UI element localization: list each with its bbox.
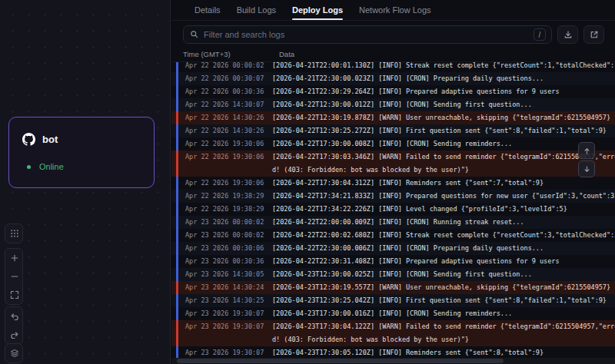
log-timestamp: Apr 23 2026 00:30:36 [178,255,272,268]
horizontal-scrollbar[interactable] [171,358,615,364]
canvas-toolbar-top [5,223,23,243]
log-row[interactable]: Apr 22 2026 00:00:02[2026-04-21T22:00:01… [171,62,615,72]
log-row[interactable]: Apr 23 2026 19:30:07[2026-04-23T17:30:00… [171,307,615,320]
log-line: [2026-04-22T17:30:00.008Z] [INFO] [CRON]… [272,137,615,151]
tab-build-logs[interactable]: Build Logs [237,0,276,20]
log-row[interactable]: Apr 22 2026 14:30:07[2026-04-22T12:30:00… [171,98,615,111]
log-row[interactable]: Apr 22 2026 19:38:29[2026-04-22T17:34:21… [171,190,615,203]
app-window: bot Online [0,0,615,364]
log-row[interactable]: Apr 22 2026 00:30:07[2026-04-21T22:30:00… [171,72,615,85]
log-line: [2026-04-22T22:30:00.006Z] [INFO] [CRON]… [272,242,615,255]
log-line: [2026-04-22T22:00:00.009Z] [INFO] [CRON]… [272,216,615,229]
log-timestamp: Apr 22 2026 19:38:29 [178,203,272,216]
log-message: [2026-04-23T12:30:00.025Z] [INFO] [CRON]… [272,268,615,281]
dot-grid-icon[interactable] [5,224,23,243]
log-row[interactable]: Apr 23 2026 00:00:02[2026-04-22T22:00:02… [171,229,615,242]
undo-icon[interactable] [5,307,23,326]
log-timestamp: Apr 23 2026 14:30:24 [178,281,272,294]
open-external-button[interactable] [583,25,604,44]
search-input[interactable] [204,30,534,39]
deploy-logs-panel: DetailsBuild LogsDeploy LogsNetwork Flow… [171,0,615,364]
log-row[interactable]: Apr 23 2026 14:30:05[2026-04-23T12:30:00… [171,268,615,281]
zoom-in-icon[interactable] [5,249,23,267]
log-line: [2026-04-22T17:30:03.346Z] [WARN] Failed… [272,151,615,164]
slash-shortcut-key: / [534,28,546,41]
log-line: [2026-04-22T12:30:00.012Z] [INFO] [CRON]… [272,98,615,111]
log-line: [2026-04-23T17:30:04.122Z] [WARN] Failed… [272,320,615,333]
tab-bar: DetailsBuild LogsDeploy LogsNetwork Flow… [171,0,615,21]
log-line: [2026-04-23T12:30:25.042Z] [INFO] First … [272,294,615,307]
log-row[interactable]: Apr 23 2026 00:30:06[2026-04-22T22:30:00… [171,242,615,255]
service-card-bot[interactable]: bot Online [8,117,155,188]
log-timestamp: Apr 23 2026 00:00:02 [178,216,272,229]
layers-icon[interactable] [5,344,23,362]
log-row[interactable]: Apr 23 2026 19:30:07[2026-04-23T17:30:04… [171,320,615,346]
log-timestamp: Apr 23 2026 14:30:25 [178,294,272,307]
log-line: [2026-04-22T22:00:02.680Z] [INFO] Streak… [272,229,615,242]
log-row[interactable]: Apr 23 2026 00:00:02[2026-04-22T22:00:00… [171,216,615,229]
canvas-history-controls [5,306,23,345]
log-message: [2026-04-21T22:30:00.023Z] [INFO] [CRON]… [272,72,615,85]
download-logs-button[interactable] [557,25,578,44]
zoom-out-icon[interactable] [5,267,23,286]
scroll-down-button[interactable] [578,160,595,177]
canvas-toolbar-bottom [5,343,23,363]
log-line: [2026-04-23T12:30:00.025Z] [INFO] [CRON]… [272,268,615,281]
log-timestamp: Apr 23 2026 00:30:06 [178,242,272,255]
log-line: [2026-04-22T12:30:25.272Z] [INFO] First … [272,124,615,137]
service-name: bot [42,134,58,145]
log-scroll-nav [578,142,595,177]
log-message: [2026-04-23T17:30:00.016Z] [INFO] [CRON]… [272,307,615,320]
log-timestamp: Apr 23 2026 00:00:02 [178,229,272,242]
log-timestamp: Apr 22 2026 19:30:06 [178,151,272,177]
log-line: [2026-04-23T12:30:19.557Z] [WARN] User u… [272,281,615,294]
log-timestamp: Apr 22 2026 14:30:26 [178,124,272,137]
log-line: d! (403: Forbidden: bot was blocked by t… [272,333,615,346]
log-row[interactable]: Apr 23 2026 14:30:24[2026-04-23T12:30:19… [171,281,615,294]
log-row[interactable]: Apr 22 2026 00:30:36[2026-04-21T22:30:29… [171,85,615,98]
log-row[interactable]: Apr 22 2026 14:30:26[2026-04-22T12:30:19… [171,111,615,124]
log-message: [2026-04-23T17:30:04.122Z] [WARN] Failed… [272,320,615,346]
log-row[interactable]: Apr 22 2026 19:38:29[2026-04-22T17:34:22… [171,203,615,216]
log-row[interactable]: Apr 23 2026 00:30:36[2026-04-22T22:30:31… [171,255,615,268]
github-icon [22,133,35,146]
log-search-box[interactable]: / [183,25,552,44]
log-message: [2026-04-23T12:30:25.042Z] [INFO] First … [272,294,615,307]
log-line: [2026-04-22T17:34:21.833Z] [INFO] Prepar… [272,190,615,203]
log-message: [2026-04-23T12:30:19.557Z] [WARN] User u… [272,281,615,294]
log-line: [2026-04-21T22:30:29.264Z] [INFO] Prepar… [272,85,615,98]
redo-icon[interactable] [5,326,23,344]
canvas-zoom-controls [5,248,23,305]
tab-details[interactable]: Details [194,0,221,20]
horizontal-scrollbar-thumb[interactable] [177,359,504,363]
log-line: [2026-04-22T17:34:22.226Z] [INFO] Level … [272,203,615,216]
log-line: [2026-04-22T22:30:31.408Z] [INFO] Prepar… [272,255,615,268]
scroll-up-button[interactable] [578,142,595,159]
log-message: [2026-04-21T22:30:29.264Z] [INFO] Prepar… [272,85,615,98]
log-message: [2026-04-22T12:30:25.272Z] [INFO] First … [272,124,615,137]
log-message: [2026-04-21T22:00:01.130Z] [INFO] Streak… [272,62,615,72]
log-timestamp: Apr 23 2026 14:30:05 [178,268,272,281]
log-timestamp: Apr 22 2026 00:30:36 [178,85,272,98]
log-line: [2026-04-22T17:30:04.312Z] [INFO] Remind… [272,177,615,190]
log-message: [2026-04-22T17:30:04.312Z] [INFO] Remind… [272,177,615,190]
log-row[interactable]: Apr 22 2026 19:30:06[2026-04-22T17:30:04… [171,177,615,190]
log-line: [2026-04-23T17:30:00.016Z] [INFO] [CRON]… [272,307,615,320]
log-message: [2026-04-22T22:30:00.006Z] [INFO] [CRON]… [272,242,615,255]
tab-deploy-logs[interactable]: Deploy Logs [292,0,343,20]
tab-network-flow-logs[interactable]: Network Flow Logs [359,0,431,20]
log-message: [2026-04-22T17:30:00.008Z] [INFO] [CRON]… [272,137,615,151]
log-timestamp: Apr 22 2026 14:30:07 [178,98,272,111]
log-row[interactable]: Apr 23 2026 14:30:25[2026-04-23T12:30:25… [171,294,615,307]
project-canvas[interactable]: bot Online [0,0,171,364]
fit-view-icon[interactable] [5,286,23,304]
time-column-header: Time (GMT+3) [171,50,266,58]
log-timestamp: Apr 22 2026 00:00:02 [178,62,272,72]
log-row[interactable]: Apr 22 2026 14:30:26[2026-04-22T12:30:25… [171,124,615,137]
log-message: [2026-04-22T17:34:22.226Z] [INFO] Level … [272,203,615,216]
log-row[interactable]: Apr 22 2026 19:30:06[2026-04-22T17:30:00… [171,137,615,151]
log-list[interactable]: Apr 22 2026 00:00:02[2026-04-21T22:00:01… [171,62,615,364]
log-filter-row: / [183,25,604,44]
log-row[interactable]: Apr 22 2026 19:30:06[2026-04-22T17:30:03… [171,151,615,177]
log-timestamp: Apr 22 2026 19:38:29 [178,190,272,203]
